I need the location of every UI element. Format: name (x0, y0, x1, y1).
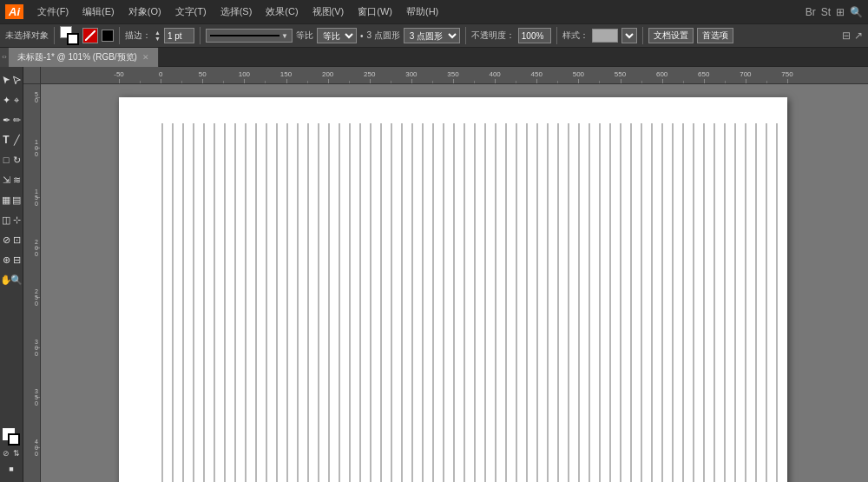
normal-screen-mode[interactable]: □ (0, 459, 1, 479)
mesh-tool[interactable]: ⊹ (12, 210, 22, 229)
menu-window[interactable]: 窗口(W) (351, 3, 399, 20)
line-style-select[interactable]: 等比 (317, 28, 357, 43)
menu-edit[interactable]: 编辑(E) (76, 3, 122, 20)
tab-label: 未标题-1* @ 101% (RGB/预览) (17, 51, 137, 63)
artboard (119, 97, 787, 482)
main-area: ✦ ⌖ ✒ ✏ T ╱ □ ↻ ⇲ ≋ ▦ ▤ ◫ ⊹ (0, 67, 868, 482)
grid-icon[interactable]: ⊞ (836, 6, 845, 18)
ai-logo: Ai (5, 4, 23, 19)
selection-tool[interactable] (2, 70, 11, 89)
options-bar: 未选择对象 描边： ▲ ▼ ▼ 等比 等比 • 3 点圆形 3 点圆形 不透明度… (0, 23, 868, 48)
style-select[interactable]: ▼ (621, 28, 637, 43)
swatch-container[interactable] (3, 428, 20, 446)
eyedropper-tool[interactable]: ⊘ (2, 230, 11, 249)
stroke-spinner[interactable]: ▲ ▼ (155, 30, 161, 42)
menu-bar: Ai 文件(F) 编辑(E) 对象(O) 文字(T) 选择(S) 效果(C) 视… (0, 0, 868, 23)
left-toolbar: ✦ ⌖ ✒ ✏ T ╱ □ ↻ ⇲ ≋ ▦ ▤ ◫ ⊹ (0, 67, 23, 482)
artboard-svg (119, 97, 787, 482)
pen-tool-pair: ✒ ✏ (2, 110, 22, 129)
arrange-icon[interactable]: ⊟ (842, 30, 851, 42)
zoom-tool[interactable]: 🔍 (12, 270, 22, 289)
separator-3 (200, 27, 201, 44)
stock-icon[interactable]: St (821, 6, 831, 18)
rectangle-tool[interactable]: □ (2, 150, 11, 169)
menu-select[interactable]: 选择(S) (214, 3, 260, 20)
hand-tool[interactable]: ✋ (2, 270, 11, 289)
symbol-slice-pair: ⊛ ⊟ (2, 250, 22, 269)
stroke-value-input[interactable] (164, 28, 194, 43)
none-swap-icons: ⊘ ⇅ (3, 449, 20, 458)
separator-5 (556, 27, 557, 44)
graph-pair: ▦ ▤ (2, 190, 22, 209)
opacity-label: 不透明度： (471, 30, 515, 42)
expand-icon[interactable]: ↗ (854, 30, 863, 42)
fill-black-box[interactable] (102, 30, 114, 42)
point-shape-label: 3 点圆形 (366, 30, 399, 42)
artboard-container (41, 84, 868, 482)
line-style-selector[interactable]: ▼ (206, 29, 293, 43)
gradient-pair: ◫ ⊹ (2, 210, 22, 229)
pen-tool[interactable]: ✒ (2, 110, 11, 129)
scale-warp-pair: ⇲ ≋ (2, 170, 22, 189)
fill-stroke-swatch[interactable] (60, 26, 79, 45)
search-icon[interactable]: 🔍 (850, 6, 863, 18)
svg-line-0 (85, 30, 95, 41)
direct-selection-tool[interactable] (12, 70, 22, 89)
stroke-color-indicator[interactable] (82, 28, 98, 43)
preferences-button[interactable]: 首选项 (697, 28, 733, 43)
bridge-icon[interactable]: Br (806, 6, 816, 18)
warp-tool[interactable]: ≋ (12, 170, 22, 189)
scale-tool[interactable]: ⇲ (2, 170, 11, 189)
tab-bar: ‹› 未标题-1* @ 101% (RGB/预览) ✕ (0, 48, 868, 67)
top-right-icons: Br St ⊞ 🔍 (806, 6, 863, 18)
brush-tool[interactable]: ✏ (12, 110, 22, 129)
doc-settings-button[interactable]: 文档设置 (648, 28, 694, 43)
style-preview (592, 29, 618, 43)
type-tool[interactable]: T (2, 130, 11, 149)
symbol-tool[interactable]: ⊛ (2, 250, 11, 269)
lasso-tool[interactable]: ⌖ (12, 90, 22, 109)
none-icon[interactable]: ⊘ (3, 449, 10, 458)
point-shape-select[interactable]: 3 点圆形 (404, 28, 460, 43)
line-style-label: 等比 (296, 30, 313, 42)
eyedropper-pair: ⊘ ⊡ (2, 230, 22, 249)
no-selection-label: 未选择对象 (5, 30, 49, 42)
menu-file[interactable]: 文件(F) (30, 3, 76, 20)
ruler-corner (23, 67, 41, 84)
menu-object[interactable]: 对象(O) (122, 3, 168, 20)
selection-tool-pair (2, 70, 22, 89)
gradient-tool[interactable]: ◫ (2, 210, 11, 229)
stroke-label: 描边： (125, 30, 151, 42)
menu-type[interactable]: 文字(T) (168, 3, 214, 20)
menu-view[interactable]: 视图(V) (306, 3, 352, 20)
dot-separator: • (360, 31, 364, 41)
wand-lasso-pair: ✦ ⌖ (2, 90, 22, 109)
tab-close-button[interactable]: ✕ (142, 53, 149, 62)
opacity-input[interactable] (518, 28, 551, 43)
paint-bucket-tool[interactable]: ⊡ (12, 230, 22, 249)
separator-4 (465, 27, 466, 44)
slice-tool[interactable]: ⊟ (12, 250, 22, 269)
full-screen-mode[interactable]: ■ (2, 459, 21, 479)
style-label: 样式： (562, 30, 589, 42)
view-mode-icons: ⊟ ↗ (842, 30, 863, 42)
separator-1 (54, 27, 55, 44)
separator-2 (119, 27, 120, 44)
rect-transform-pair: □ ↻ (2, 150, 22, 169)
separator-6 (642, 27, 643, 44)
menu-help[interactable]: 帮助(H) (399, 3, 445, 20)
menu-effect[interactable]: 效果(C) (259, 3, 305, 20)
tab-handle[interactable]: ‹› (0, 48, 9, 67)
hand-zoom-pair: ✋ 🔍 (2, 270, 22, 289)
magic-wand-tool[interactable]: ✦ (2, 90, 11, 109)
graph-tool[interactable]: ▦ (2, 190, 11, 209)
document-tab[interactable]: 未标题-1* @ 101% (RGB/预览) ✕ (9, 48, 159, 67)
column-graph-tool[interactable]: ▤ (12, 190, 22, 209)
ruler-left: 50100150200250300350400450 (23, 84, 41, 482)
stroke-swatch[interactable] (8, 433, 20, 446)
line-tool[interactable]: ╱ (12, 130, 22, 149)
swap-colors-icon[interactable]: ⇅ (13, 449, 20, 458)
type-line-pair: T ╱ (2, 130, 22, 149)
rotate-tool[interactable]: ↻ (12, 150, 22, 169)
canvas-area: -500501001502002503003504004505005506006… (23, 67, 868, 482)
